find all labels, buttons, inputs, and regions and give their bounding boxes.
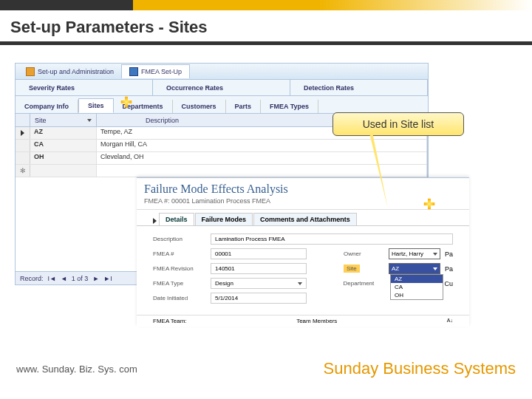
date-label: Date Initiated xyxy=(153,295,205,301)
dept-label: Department xyxy=(343,280,383,287)
dropdown-option[interactable]: OH xyxy=(391,291,443,299)
type-value: Design xyxy=(215,280,233,287)
dropdown-option[interactable]: AZ xyxy=(391,275,443,283)
tab-customers[interactable]: Customers xyxy=(173,100,226,113)
description-label: Description xyxy=(153,236,205,242)
type-label: FMEA Type xyxy=(153,280,205,287)
details-panel: Description Lamination Process FMEA FMEA… xyxy=(137,226,469,315)
setup-subtabs: Company Info Sites Departments Customers… xyxy=(16,96,428,114)
col-description-label: Description xyxy=(146,117,179,124)
fmea-subtitle: FMEA #: 00001 Lamination Process FMEA xyxy=(137,197,469,210)
cell-site-desc-empty[interactable] xyxy=(97,165,427,177)
table-row[interactable]: OH Cleveland, OH xyxy=(16,152,427,165)
fmea-detail-window: Failure Mode Effects Analysis FMEA #: 00… xyxy=(137,177,469,327)
tab-fmea-types[interactable]: FMEA Types xyxy=(261,100,318,113)
fmea-num-input[interactable]: 00001 xyxy=(211,248,307,259)
highlight-sparkle-icon xyxy=(421,196,437,212)
tab-setup-admin[interactable]: Set-up and Administration xyxy=(18,65,121,78)
row-selector-header xyxy=(16,114,30,126)
record-label: Record: xyxy=(20,275,44,282)
table-row-new[interactable]: ✻ xyxy=(16,165,427,177)
site-value: AZ xyxy=(392,265,399,272)
chevron-down-icon xyxy=(433,253,437,256)
tab-occurrence[interactable]: Occurrence Rates xyxy=(153,80,290,95)
fmea-icon xyxy=(129,67,138,76)
owner-label: Owner xyxy=(344,250,384,257)
record-position: 1 of 3 xyxy=(72,275,89,282)
col-site[interactable]: Site xyxy=(30,114,97,126)
field-row-revision: FMEA Revision 140501 Site AZ Pa xyxy=(153,263,453,274)
callout-text: Used in Site list xyxy=(363,118,434,130)
team-col-header: Team Members xyxy=(296,318,337,324)
date-input[interactable]: 5/1/2014 xyxy=(211,293,307,304)
field-row-description: Description Lamination Process FMEA xyxy=(153,233,453,245)
nav-next-icon[interactable]: ► xyxy=(92,275,99,282)
field-row-number: FMEA # 00001 Owner Hartz, Harry Pa xyxy=(153,248,453,259)
fmea-tabs: Details Failure Modes Comments and Attac… xyxy=(137,210,469,226)
rate-tabs: Severity Rates Occurrence Rates Detectio… xyxy=(16,80,428,96)
site-label: Site xyxy=(344,265,384,272)
fmea-sub-name: Lamination Process FMEA xyxy=(192,197,271,205)
col-site-label: Site xyxy=(35,117,47,124)
row-marker[interactable] xyxy=(16,140,30,151)
cell-site-code[interactable]: OH xyxy=(30,152,97,164)
tab-company-info[interactable]: Company Info xyxy=(16,100,78,113)
tab-fmea-setup[interactable]: FMEA Set-Up xyxy=(121,64,190,78)
highlight-sparkle-icon xyxy=(118,94,134,110)
tab-sites[interactable]: Sites xyxy=(78,98,114,113)
row-marker[interactable]: ✻ xyxy=(16,165,30,177)
content-area: Set-up and Administration FMEA Set-Up Se… xyxy=(15,63,429,299)
cell-site-desc[interactable]: Morgan Hill, CA xyxy=(97,140,427,151)
nav-last-icon[interactable]: ►I xyxy=(103,275,112,282)
cu-trimmed-label: Cu xyxy=(444,280,453,287)
owner-select[interactable]: Hartz, Harry xyxy=(389,248,440,259)
pa-trimmed-label2: Pa xyxy=(445,265,453,273)
callout-bubble: Used in Site list xyxy=(332,112,464,136)
footer-brand: Sunday Business Systems xyxy=(324,359,516,378)
owner-value: Hartz, Harry xyxy=(392,250,423,257)
tab-details[interactable]: Details xyxy=(159,213,194,225)
tab-fmea-setup-label: FMEA Set-Up xyxy=(141,68,182,75)
row-marker[interactable] xyxy=(16,152,30,164)
tab-severity[interactable]: Severity Rates xyxy=(16,80,153,95)
site-label-text: Site xyxy=(344,265,360,273)
current-row-icon xyxy=(21,130,24,136)
slide-footer: www. Sunday. Biz. Sys. com Sunday Busine… xyxy=(0,359,532,378)
team-label: FMEA Team: xyxy=(153,318,187,324)
row-marker[interactable] xyxy=(16,127,30,139)
fmea-sub-label: FMEA #: xyxy=(144,197,170,205)
table-row[interactable]: CA Morgan Hill, CA xyxy=(16,140,427,152)
site-dropdown-list[interactable]: AZ CA OH xyxy=(390,274,443,300)
title-underline xyxy=(0,41,532,45)
cell-site-code[interactable]: AZ xyxy=(30,127,97,139)
pa-trimmed-label: Pa xyxy=(445,250,453,258)
cell-site-code-empty[interactable] xyxy=(30,165,97,177)
fmea-sub-num: 00001 xyxy=(171,197,190,205)
fmea-num-label: FMEA # xyxy=(153,250,205,257)
site-select[interactable]: AZ xyxy=(389,263,440,274)
tab-comments[interactable]: Comments and Attachments xyxy=(253,213,357,225)
sort-az-icon[interactable]: A↓ xyxy=(447,318,453,324)
fmea-window-title: Failure Mode Effects Analysis xyxy=(137,178,469,197)
tab-failure-modes[interactable]: Failure Modes xyxy=(195,213,253,225)
nav-first-icon[interactable]: I◄ xyxy=(48,275,56,282)
footer-url: www. Sunday. Biz. Sys. com xyxy=(16,364,137,375)
tab-detection[interactable]: Detection Rates xyxy=(290,80,428,95)
slide-top-stripe xyxy=(0,0,532,10)
cell-site-code[interactable]: CA xyxy=(30,140,97,151)
tab-setup-admin-label: Set-up and Administration xyxy=(38,68,114,75)
chevron-down-icon xyxy=(433,267,437,270)
dropdown-option[interactable]: CA xyxy=(391,283,443,291)
tab-parts[interactable]: Parts xyxy=(226,100,262,113)
type-select[interactable]: Design xyxy=(211,278,307,289)
admin-icon xyxy=(26,67,35,76)
page-title: Set-up Parameters - Sites xyxy=(10,18,208,37)
chevron-down-icon xyxy=(298,282,302,285)
revision-input[interactable]: 140501 xyxy=(211,263,307,274)
nav-prev-icon[interactable]: ◄ xyxy=(61,275,67,282)
breadcrumb-tabs: Set-up and Administration FMEA Set-Up xyxy=(16,64,428,80)
record-pointer-icon xyxy=(153,218,157,224)
revision-label: FMEA Revision xyxy=(153,265,205,272)
description-input[interactable]: Lamination Process FMEA xyxy=(211,233,453,245)
owner-group: Owner Hartz, Harry Pa xyxy=(344,248,453,259)
